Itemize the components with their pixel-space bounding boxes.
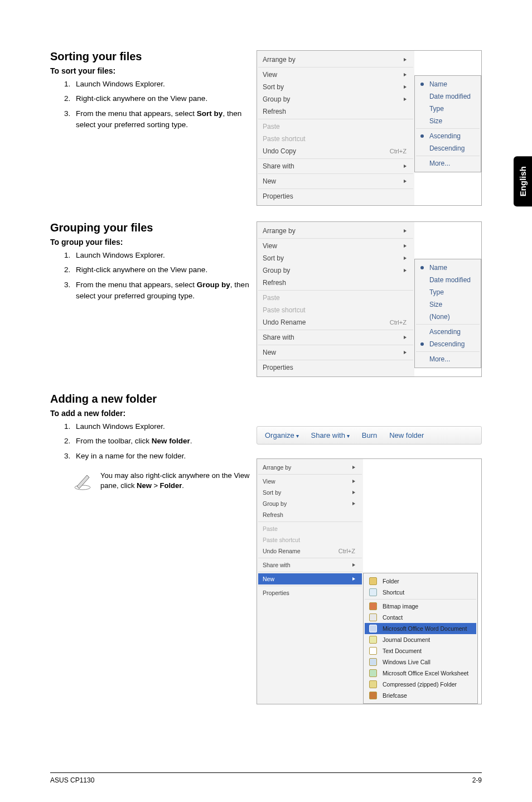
menu-paste-shortcut: Paste shortcut [258, 304, 413, 316]
menu-paste: Paste [258, 120, 413, 133]
menu-view[interactable]: View [258, 69, 413, 81]
new-bitmap[interactable]: Bitmap image [365, 601, 476, 612]
menu-view[interactable]: View [258, 476, 362, 487]
menu-paste-shortcut: Paste shortcut [258, 534, 362, 545]
grouping-step2: Right-click anywhere on the View pane. [72, 264, 251, 276]
group-descending[interactable]: Descending [416, 338, 480, 350]
menu-arrange-by[interactable]: Arrange by [258, 462, 362, 473]
radio-dot-icon [420, 134, 424, 138]
menu-view[interactable]: View [258, 240, 413, 252]
group-more[interactable]: More... [416, 353, 480, 365]
menu-paste: Paste [258, 523, 362, 534]
new-live-call[interactable]: Windows Live Call [365, 656, 476, 668]
toolbar-burn[interactable]: Burn [362, 431, 377, 439]
new-context-menu: Arrange by View Sort by Group by Refresh… [257, 458, 482, 704]
toolbar-new-folder[interactable]: New folder [389, 431, 424, 439]
menu-refresh[interactable]: Refresh [258, 105, 413, 118]
group-type[interactable]: Type [416, 286, 480, 298]
radio-dot-icon [420, 266, 424, 269]
grouping-step3: From the menu that appears, select Group… [72, 279, 251, 302]
menu-properties[interactable]: Properties [258, 190, 413, 202]
menu-sort-by[interactable]: Sort by [258, 252, 413, 264]
menu-sort-by[interactable]: Sort by [258, 81, 413, 93]
chevron-right-icon [404, 269, 407, 272]
chevron-right-icon [404, 165, 407, 168]
sorting-heading: Sorting your files [50, 50, 251, 63]
chevron-right-icon [404, 244, 407, 248]
sorting-step1: Launch Windows Explorer. [72, 79, 251, 90]
menu-share-with[interactable]: Share with [258, 331, 413, 344]
group-none[interactable]: (None) [416, 311, 480, 323]
sort-size[interactable]: Size [416, 115, 480, 127]
new-text[interactable]: Text Document [365, 645, 476, 656]
group-submenu: Name Date modified Type Size (None) Asce… [414, 259, 481, 368]
menu-undo-copy[interactable]: Undo CopyCtrl+Z [258, 145, 413, 157]
menu-new[interactable]: New [258, 346, 413, 359]
menu-paste: Paste [258, 292, 413, 304]
adding-heading: Adding a new folder [50, 393, 251, 405]
chevron-right-icon [352, 491, 355, 494]
menu-group-by[interactable]: Group by [258, 498, 362, 509]
chevron-right-icon [352, 502, 355, 505]
menu-refresh[interactable]: Refresh [258, 509, 362, 520]
menu-share-with[interactable]: Share with [258, 559, 362, 571]
new-journal[interactable]: Journal Document [365, 634, 476, 645]
menu-share-with[interactable]: Share with [258, 160, 413, 172]
group-context-menu: Arrange by View Sort by Group by Refresh… [257, 221, 482, 377]
toolbar-share-with[interactable]: Share with [311, 431, 350, 439]
menu-sort-by[interactable]: Sort by [258, 487, 362, 498]
chevron-right-icon [404, 351, 407, 354]
adding-step3: Key in a name for the new folder. [72, 451, 251, 462]
new-folder[interactable]: Folder [365, 576, 476, 587]
menu-refresh[interactable]: Refresh [258, 277, 413, 289]
new-excel[interactable]: Microsoft Office Excel Worksheet [365, 668, 476, 679]
chevron-right-icon [404, 336, 407, 339]
menu-new[interactable]: New [258, 175, 413, 187]
menu-arrange-by[interactable]: Arrange by [258, 225, 413, 237]
radio-dot-icon [420, 83, 424, 86]
new-contact[interactable]: Contact [365, 612, 476, 623]
sort-date-modified[interactable]: Date modified [416, 90, 480, 103]
chevron-right-icon [352, 480, 355, 483]
toolbar-organize[interactable]: Organize [265, 431, 299, 439]
group-size[interactable]: Size [416, 298, 480, 311]
new-word[interactable]: Microsoft Office Word Document [365, 623, 476, 634]
sorting-subhead: To sort your files: [50, 66, 251, 75]
sorting-step3: From the menu that appears, select Sort … [72, 108, 251, 131]
zip-icon [369, 680, 377, 688]
new-shortcut[interactable]: Shortcut [365, 587, 476, 598]
new-briefcase[interactable]: Briefcase [365, 690, 476, 701]
live-call-icon [369, 658, 377, 666]
group-name[interactable]: Name [416, 262, 480, 274]
english-tab: English [514, 156, 532, 206]
sort-more[interactable]: More... [416, 157, 480, 170]
menu-properties[interactable]: Properties [258, 587, 362, 598]
sort-type[interactable]: Type [416, 103, 480, 115]
sorting-step2: Right-click anywhere on the View pane. [72, 93, 251, 104]
group-ascending[interactable]: Ascending [416, 326, 480, 338]
radio-dot-icon [420, 342, 424, 346]
menu-undo-rename[interactable]: Undo RenameCtrl+Z [258, 316, 413, 328]
menu-undo-rename[interactable]: Undo RenameCtrl+Z [258, 545, 362, 557]
footer-right: 2-9 [472, 776, 482, 784]
menu-arrange-by[interactable]: Arrange by [258, 54, 413, 66]
explorer-toolbar: Organize Share with Burn New folder [257, 426, 482, 445]
sort-descending[interactable]: Descending [416, 142, 480, 154]
menu-group-by[interactable]: Group by [258, 93, 413, 105]
sort-ascending[interactable]: Ascending [416, 130, 480, 142]
sort-name[interactable]: Name [416, 78, 480, 90]
group-date-modified[interactable]: Date modified [416, 274, 480, 286]
new-zip[interactable]: Compressed (zipped) Folder [365, 679, 476, 690]
chevron-right-icon [404, 180, 407, 183]
menu-new[interactable]: New [258, 573, 362, 584]
word-icon [369, 625, 377, 632]
bitmap-icon [369, 602, 377, 610]
menu-properties[interactable]: Properties [258, 361, 413, 374]
adding-step1: Launch Windows Explorer. [72, 421, 251, 432]
menu-group-by[interactable]: Group by [258, 264, 413, 277]
grouping-subhead: To group your files: [50, 238, 251, 247]
chevron-right-icon [404, 257, 407, 260]
chevron-right-icon [404, 98, 407, 101]
excel-icon [369, 669, 377, 677]
adding-note: You may also right-click anywhere on the… [100, 471, 251, 491]
